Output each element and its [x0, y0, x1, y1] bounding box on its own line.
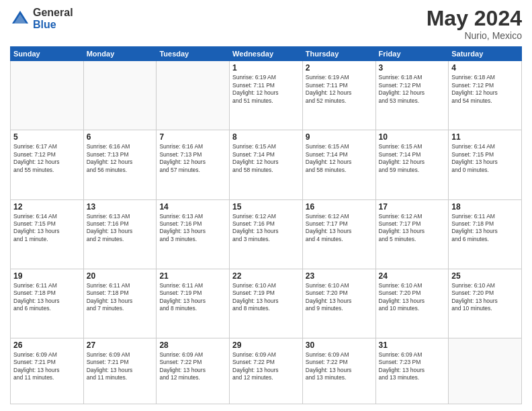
day-info: Sunrise: 6:09 AM Sunset: 7:23 PM Dayligh…: [379, 351, 446, 382]
day-number: 29: [232, 340, 300, 350]
calendar-table: Sunday Monday Tuesday Wednesday Thursday…: [10, 46, 522, 404]
calendar-cell: 8Sunrise: 6:15 AM Sunset: 7:14 PM Daylig…: [230, 130, 303, 199]
calendar-cell: 12Sunrise: 6:14 AM Sunset: 7:15 PM Dayli…: [11, 199, 84, 269]
day-info: Sunrise: 6:11 AM Sunset: 7:18 PM Dayligh…: [87, 282, 154, 313]
calendar-week-4: 19Sunrise: 6:11 AM Sunset: 7:18 PM Dayli…: [11, 269, 522, 338]
day-info: Sunrise: 6:15 AM Sunset: 7:14 PM Dayligh…: [232, 143, 300, 174]
logo-text: General Blue: [33, 7, 73, 30]
day-info: Sunrise: 6:14 AM Sunset: 7:15 PM Dayligh…: [13, 213, 81, 244]
calendar-cell: 25Sunrise: 6:10 AM Sunset: 7:20 PM Dayli…: [449, 269, 522, 338]
day-info: Sunrise: 6:13 AM Sunset: 7:16 PM Dayligh…: [159, 213, 226, 244]
calendar-week-2: 5Sunrise: 6:17 AM Sunset: 7:12 PM Daylig…: [11, 130, 522, 199]
logo: General Blue: [10, 7, 73, 30]
day-number: 5: [13, 132, 81, 142]
calendar-week-3: 12Sunrise: 6:14 AM Sunset: 7:15 PM Dayli…: [11, 199, 522, 269]
day-number: 23: [306, 271, 373, 281]
calendar-cell: 3Sunrise: 6:18 AM Sunset: 7:12 PM Daylig…: [375, 61, 449, 130]
calendar-cell: 13Sunrise: 6:13 AM Sunset: 7:16 PM Dayli…: [83, 199, 157, 269]
day-number: 2: [306, 63, 373, 73]
calendar-cell: 21Sunrise: 6:11 AM Sunset: 7:19 PM Dayli…: [157, 269, 230, 338]
calendar-cell: 27Sunrise: 6:09 AM Sunset: 7:21 PM Dayli…: [83, 338, 157, 404]
header: General Blue May 2024 Nurio, Mexico: [10, 7, 522, 41]
logo-icon: [10, 9, 30, 29]
day-number: 31: [379, 340, 446, 350]
day-info: Sunrise: 6:10 AM Sunset: 7:20 PM Dayligh…: [306, 282, 373, 313]
day-number: 9: [306, 132, 373, 142]
calendar-cell: 24Sunrise: 6:10 AM Sunset: 7:20 PM Dayli…: [375, 269, 449, 338]
calendar-cell: 19Sunrise: 6:11 AM Sunset: 7:18 PM Dayli…: [11, 269, 84, 338]
page: General Blue May 2024 Nurio, Mexico Sund…: [0, 0, 532, 411]
day-number: 3: [379, 63, 446, 73]
day-info: Sunrise: 6:09 AM Sunset: 7:22 PM Dayligh…: [159, 351, 226, 382]
day-info: Sunrise: 6:14 AM Sunset: 7:15 PM Dayligh…: [451, 143, 519, 174]
day-number: 4: [451, 63, 519, 73]
day-number: 12: [13, 202, 81, 212]
day-number: 16: [306, 202, 373, 212]
calendar-cell: 23Sunrise: 6:10 AM Sunset: 7:20 PM Dayli…: [302, 269, 375, 338]
day-number: 13: [87, 202, 154, 212]
day-info: Sunrise: 6:12 AM Sunset: 7:17 PM Dayligh…: [379, 213, 446, 244]
calendar-cell: 10Sunrise: 6:15 AM Sunset: 7:14 PM Dayli…: [375, 130, 449, 199]
calendar-cell: 5Sunrise: 6:17 AM Sunset: 7:12 PM Daylig…: [11, 130, 84, 199]
day-number: 25: [451, 271, 519, 281]
title-block: May 2024 Nurio, Mexico: [427, 7, 522, 41]
day-info: Sunrise: 6:11 AM Sunset: 7:18 PM Dayligh…: [13, 282, 81, 313]
day-number: 24: [379, 271, 446, 281]
location: Nurio, Mexico: [427, 30, 522, 41]
day-info: Sunrise: 6:19 AM Sunset: 7:11 PM Dayligh…: [232, 74, 300, 105]
calendar-cell: 11Sunrise: 6:14 AM Sunset: 7:15 PM Dayli…: [449, 130, 522, 199]
calendar-cell: [157, 61, 230, 130]
day-info: Sunrise: 6:11 AM Sunset: 7:19 PM Dayligh…: [159, 282, 226, 313]
day-number: 7: [159, 132, 226, 142]
calendar-cell: 29Sunrise: 6:09 AM Sunset: 7:22 PM Dayli…: [230, 338, 303, 404]
day-number: 27: [87, 340, 154, 350]
calendar-week-5: 26Sunrise: 6:09 AM Sunset: 7:21 PM Dayli…: [11, 338, 522, 404]
day-number: 8: [232, 132, 300, 142]
day-info: Sunrise: 6:18 AM Sunset: 7:12 PM Dayligh…: [451, 74, 519, 105]
day-info: Sunrise: 6:16 AM Sunset: 7:13 PM Dayligh…: [159, 143, 226, 174]
day-number: 15: [232, 202, 300, 212]
day-info: Sunrise: 6:09 AM Sunset: 7:21 PM Dayligh…: [13, 351, 81, 382]
day-number: 11: [451, 132, 519, 142]
day-info: Sunrise: 6:12 AM Sunset: 7:17 PM Dayligh…: [306, 213, 373, 244]
day-info: Sunrise: 6:19 AM Sunset: 7:11 PM Dayligh…: [306, 74, 373, 105]
day-number: 17: [379, 202, 446, 212]
calendar-cell: 2Sunrise: 6:19 AM Sunset: 7:11 PM Daylig…: [302, 61, 375, 130]
calendar-cell: 18Sunrise: 6:11 AM Sunset: 7:18 PM Dayli…: [449, 199, 522, 269]
calendar-cell: 28Sunrise: 6:09 AM Sunset: 7:22 PM Dayli…: [157, 338, 230, 404]
col-friday: Friday: [375, 47, 449, 61]
logo-blue-text: Blue: [33, 19, 73, 31]
calendar-cell: 14Sunrise: 6:13 AM Sunset: 7:16 PM Dayli…: [157, 199, 230, 269]
day-number: 18: [451, 202, 519, 212]
month-year: May 2024: [427, 7, 522, 30]
calendar-week-1: 1Sunrise: 6:19 AM Sunset: 7:11 PM Daylig…: [11, 61, 522, 130]
calendar-cell: 6Sunrise: 6:16 AM Sunset: 7:13 PM Daylig…: [83, 130, 157, 199]
calendar-cell: 15Sunrise: 6:12 AM Sunset: 7:16 PM Dayli…: [230, 199, 303, 269]
day-info: Sunrise: 6:15 AM Sunset: 7:14 PM Dayligh…: [306, 143, 373, 174]
calendar-cell: 1Sunrise: 6:19 AM Sunset: 7:11 PM Daylig…: [230, 61, 303, 130]
day-number: 20: [87, 271, 154, 281]
day-info: Sunrise: 6:09 AM Sunset: 7:22 PM Dayligh…: [232, 351, 300, 382]
day-info: Sunrise: 6:11 AM Sunset: 7:18 PM Dayligh…: [451, 213, 519, 244]
day-info: Sunrise: 6:12 AM Sunset: 7:16 PM Dayligh…: [232, 213, 300, 244]
day-number: 26: [13, 340, 81, 350]
calendar-cell: 20Sunrise: 6:11 AM Sunset: 7:18 PM Dayli…: [83, 269, 157, 338]
day-number: 10: [379, 132, 446, 142]
day-info: Sunrise: 6:17 AM Sunset: 7:12 PM Dayligh…: [13, 143, 81, 174]
calendar-cell: [449, 338, 522, 404]
day-number: 30: [306, 340, 373, 350]
col-wednesday: Wednesday: [230, 47, 303, 61]
col-thursday: Thursday: [302, 47, 375, 61]
calendar-cell: 31Sunrise: 6:09 AM Sunset: 7:23 PM Dayli…: [375, 338, 449, 404]
calendar-cell: 7Sunrise: 6:16 AM Sunset: 7:13 PM Daylig…: [157, 130, 230, 199]
day-number: 21: [159, 271, 226, 281]
calendar-cell: 4Sunrise: 6:18 AM Sunset: 7:12 PM Daylig…: [449, 61, 522, 130]
calendar-cell: [11, 61, 84, 130]
day-info: Sunrise: 6:09 AM Sunset: 7:22 PM Dayligh…: [306, 351, 373, 382]
calendar-cell: 17Sunrise: 6:12 AM Sunset: 7:17 PM Dayli…: [375, 199, 449, 269]
day-info: Sunrise: 6:13 AM Sunset: 7:16 PM Dayligh…: [87, 213, 154, 244]
calendar-cell: [83, 61, 157, 130]
day-info: Sunrise: 6:10 AM Sunset: 7:20 PM Dayligh…: [451, 282, 519, 313]
calendar-cell: 9Sunrise: 6:15 AM Sunset: 7:14 PM Daylig…: [302, 130, 375, 199]
day-info: Sunrise: 6:10 AM Sunset: 7:20 PM Dayligh…: [379, 282, 446, 313]
